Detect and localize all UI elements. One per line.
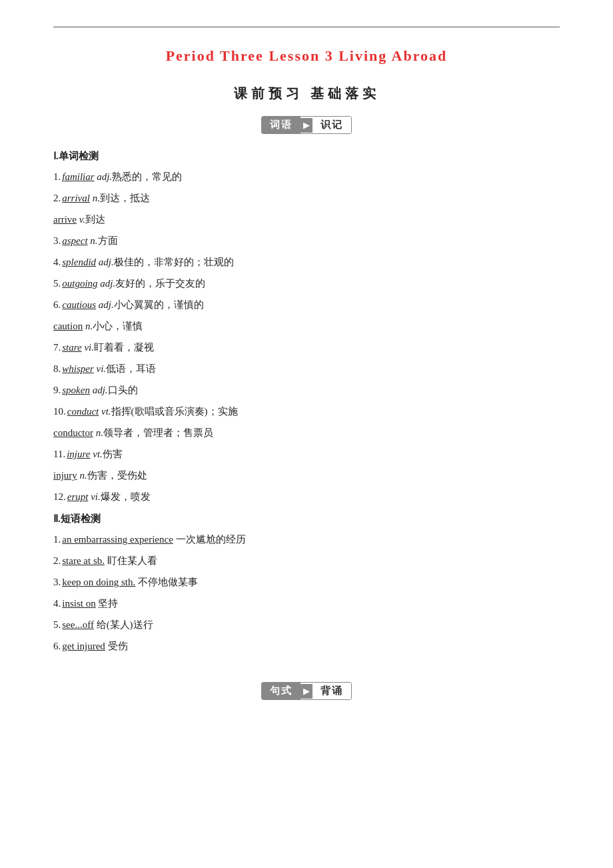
word: familiar	[62, 171, 94, 182]
roman-section-2: Ⅱ.短语检测	[53, 513, 560, 525]
phrase-meaning: 一次尴尬的经历	[176, 534, 246, 545]
badge-right-label: 识记	[312, 117, 351, 133]
pos: vi.	[91, 491, 101, 502]
phrase-number: 3.	[53, 577, 61, 587]
sub-word: arrive	[53, 214, 77, 225]
item-number: 10.	[53, 406, 66, 417]
phrase-number: 4.	[53, 598, 61, 609]
vocab-badge: 词语 ▶ 识记	[261, 116, 352, 134]
phrase-item: 2.stare at sb. 盯住某人看	[53, 552, 560, 570]
section-heading: 课前预习 基础落实	[53, 85, 560, 103]
sentence-badge: 句式 ▶ 背诵	[261, 682, 352, 700]
word: spoken	[62, 385, 90, 395]
phrase: stare at sb.	[62, 555, 105, 566]
word: conduct	[67, 406, 99, 417]
sub-vocab-item: arrive v.到达	[53, 211, 560, 229]
badge-left-label: 词语	[262, 117, 301, 133]
item-number: 1.	[53, 171, 61, 182]
word: arrival	[62, 193, 90, 203]
vocab-item: 3.aspect n.方面	[53, 232, 560, 250]
word: outgoing	[62, 278, 97, 289]
word: cautious	[62, 299, 96, 310]
pos: n.	[90, 235, 97, 246]
phrase-item: 5.see...off 给(某人)送行	[53, 616, 560, 634]
pos: vt.	[93, 449, 103, 459]
phrase-meaning: 盯住某人看	[107, 555, 157, 566]
sub-vocab-item: caution n.小心，谨慎	[53, 317, 560, 335]
phrase-item: 4.insist on 坚持	[53, 595, 560, 613]
sub-word: caution	[53, 321, 83, 331]
badge2-right-label: 背诵	[312, 683, 351, 699]
phrase-meaning: 受伤	[108, 641, 128, 651]
phrase-meaning: 给(某人)送行	[97, 619, 153, 630]
vocab-item: 8.whisper vi.低语，耳语	[53, 360, 560, 378]
phrase-number: 2.	[53, 555, 61, 566]
pos: adj.	[99, 257, 114, 267]
page-title: Period Three Lesson 3 Living Abroad	[53, 47, 560, 65]
phrase: see...off	[62, 619, 94, 630]
vocab-item: 6.cautious adj.小心翼翼的，谨慎的	[53, 296, 560, 314]
phrase-meaning: 坚持	[98, 598, 118, 609]
sub-word: conductor	[53, 427, 93, 438]
pos: adj.	[93, 385, 108, 395]
pos: vi.	[97, 363, 107, 374]
roman-section-1: Ⅰ.单词检测	[53, 150, 560, 163]
vocab-item: 4.splendid adj.极佳的，非常好的；壮观的	[53, 253, 560, 271]
vocab-item: 2.arrival n.到达，抵达	[53, 189, 560, 207]
item-number: 2.	[53, 193, 61, 203]
word: erupt	[67, 491, 89, 502]
vocab-item: 5.outgoing adj.友好的，乐于交友的	[53, 275, 560, 293]
phrase-item: 6.get injured 受伤	[53, 637, 560, 655]
phrase: keep on doing sth.	[62, 577, 135, 587]
phrase: an embarrassing experience	[62, 534, 173, 545]
phrase-number: 6.	[53, 641, 61, 651]
word: stare	[62, 342, 81, 353]
item-number: 7.	[53, 342, 61, 353]
word: splendid	[62, 257, 96, 267]
phrase-item: 1.an embarrassing experience 一次尴尬的经历	[53, 531, 560, 549]
badge-row-2: 句式 ▶ 背诵	[53, 682, 560, 700]
vocab-item: 7.stare vi.盯着看，凝视	[53, 339, 560, 357]
item-number: 4.	[53, 257, 61, 267]
sub-pos: n.	[85, 321, 93, 331]
vocab-item: 1.familiar adj.熟悉的，常见的	[53, 168, 560, 186]
badge-arrow-icon: ▶	[301, 118, 312, 133]
sub-pos: v.	[79, 214, 85, 225]
pos: n.	[93, 193, 100, 203]
pos: vt.	[101, 406, 111, 417]
words-list: 1.familiar adj.熟悉的，常见的2.arrival n.到达，抵达a…	[53, 168, 560, 506]
item-number: 6.	[53, 299, 61, 310]
vocab-item: 11.injure vt.伤害	[53, 445, 560, 463]
sub-vocab-item: injury n.伤害，受伤处	[53, 467, 560, 485]
sub-pos: n.	[96, 427, 103, 438]
item-number: 3.	[53, 235, 61, 246]
pos: vi.	[84, 342, 94, 353]
sub-pos: n.	[80, 470, 87, 481]
item-number: 8.	[53, 363, 61, 374]
badge2-arrow-icon: ▶	[301, 684, 312, 699]
word: whisper	[62, 363, 94, 374]
vocab-item: 10.conduct vt.指挥(歌唱或音乐演奏)；实施	[53, 403, 560, 421]
top-divider	[53, 27, 560, 27]
sub-vocab-item: conductor n.领导者，管理者；售票员	[53, 424, 560, 442]
item-number: 12.	[53, 491, 66, 502]
badge2-left-label: 句式	[262, 683, 301, 699]
phrase-meaning: 不停地做某事	[138, 577, 198, 587]
word: aspect	[62, 235, 87, 246]
pos: adj.	[97, 171, 112, 182]
pos: adj.	[100, 278, 115, 289]
phrase: insist on	[62, 598, 95, 609]
badge-row-1: 词语 ▶ 识记	[53, 116, 560, 134]
phrase: get injured	[62, 641, 105, 651]
item-number: 11.	[53, 449, 65, 459]
sub-word: injury	[53, 470, 77, 481]
phrase-item: 3.keep on doing sth. 不停地做某事	[53, 573, 560, 591]
item-number: 9.	[53, 385, 61, 395]
pos: adj.	[99, 299, 114, 310]
phrase-number: 5.	[53, 619, 61, 630]
phrase-number: 1.	[53, 534, 61, 545]
vocab-item: 9.spoken adj.口头的	[53, 381, 560, 399]
vocab-item: 12.erupt vi.爆发，喷发	[53, 488, 560, 506]
item-number: 5.	[53, 278, 61, 289]
word: injure	[67, 449, 90, 459]
